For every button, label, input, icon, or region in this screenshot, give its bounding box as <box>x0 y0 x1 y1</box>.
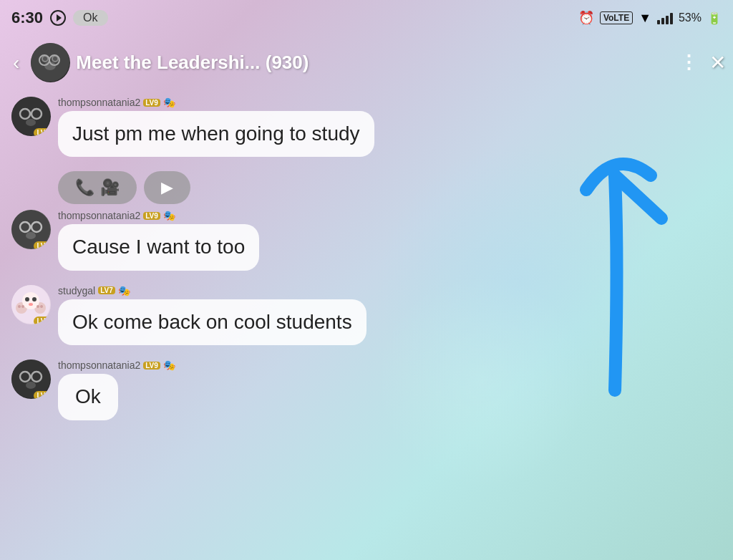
avatar-thompsonnatania2-3: LV9 <box>11 359 51 399</box>
avatar-studygal: LV7 <box>11 285 51 324</box>
bubble-1: Just pm me when going to study <box>58 111 374 157</box>
message-text-4: Ok <box>75 385 101 407</box>
avatar-thompsonnatania2-1: LV9 <box>11 97 51 136</box>
username-3: studygal LV7 🎭 <box>58 285 722 296</box>
message-4: LV9 thompsonnatania2 LV9 🎭 Ok <box>11 359 722 420</box>
voice-video-call-button[interactable]: 📞 🎥 <box>58 171 137 204</box>
ok-pill: Ok <box>73 10 107 26</box>
media-play-icon <box>50 10 66 26</box>
battery-icon: 🔋 <box>707 11 722 25</box>
lv-badge-2: LV9 <box>143 212 160 220</box>
chat-header: ‹ Meet the Leadershi... (930) ⋮ ✕ <box>0 36 733 90</box>
message-text-3: Ok come back on cool students <box>72 311 352 333</box>
message-text-2: Cause I want to too <box>72 236 245 258</box>
status-left: 6:30 Ok <box>11 9 108 27</box>
video-camera-icon: 🎥 <box>100 178 120 197</box>
signal-bar-2 <box>661 18 664 24</box>
msg-content-1: thompsonnatania2 LV9 🎭 Just pm me when g… <box>58 97 722 157</box>
member-count: (930) <box>266 52 309 73</box>
message-3: LV7 studygal LV7 🎭 Ok come back on cool … <box>11 285 722 345</box>
svg-point-24 <box>32 297 37 301</box>
message-text-1: Just pm me when going to study <box>72 122 360 145</box>
msg-content-2: thompsonnatania2 LV9 🎭 Cause I want to t… <box>58 210 722 270</box>
status-right: ⏰ VoLTE ▼ 53% 🔋 <box>578 10 722 26</box>
level-badge-4: LV9 <box>34 391 51 399</box>
level-badge-2: LV9 <box>34 241 51 249</box>
lv-badge-1: LV9 <box>143 99 160 107</box>
header-info: Meet the Leadershi... (930) <box>76 52 674 74</box>
signal-bar-1 <box>657 20 660 24</box>
close-button[interactable]: ✕ <box>709 51 726 74</box>
phone-video-icon: 📞 <box>75 178 94 197</box>
battery-percent: 53% <box>679 11 702 24</box>
action-buttons-row: 📞 🎥 ▶ <box>58 171 722 204</box>
svg-point-23 <box>25 297 29 301</box>
bubble-4: Ok <box>58 374 118 420</box>
svg-point-29 <box>40 305 43 308</box>
message-1: LV9 thompsonnatania2 LV9 🎭 Just pm me wh… <box>11 97 722 157</box>
lv-badge-3: LV7 <box>98 286 115 294</box>
group-name: Meet the Leadershi... (930) <box>76 52 674 74</box>
svg-point-26 <box>18 305 21 308</box>
svg-point-27 <box>21 305 24 308</box>
wifi-icon: ▼ <box>639 11 651 26</box>
level-badge-3: LV7 <box>34 317 51 324</box>
back-button[interactable]: ‹ <box>7 49 25 77</box>
signal-bars <box>657 11 673 24</box>
svg-point-34 <box>26 382 36 389</box>
media-play-button[interactable]: ▶ <box>144 171 190 204</box>
svg-point-5 <box>53 57 57 61</box>
alarm-icon: ⏰ <box>578 10 594 26</box>
svg-point-4 <box>43 57 47 61</box>
header-actions: ⋮ ✕ <box>679 51 726 74</box>
play-icon: ▶ <box>161 178 173 197</box>
msg-content-3: studygal LV7 🎭 Ok come back on cool stud… <box>58 285 722 345</box>
group-avatar <box>31 43 70 82</box>
username-2: thompsonnatania2 LV9 🎭 <box>58 210 722 221</box>
svg-point-28 <box>37 305 39 308</box>
signal-bar-4 <box>670 13 673 24</box>
status-bar: 6:30 Ok ⏰ VoLTE ▼ 53% 🔋 <box>0 0 733 36</box>
username-4: thompsonnatania2 LV9 🎭 <box>58 359 722 371</box>
message-2: LV9 thompsonnatania2 LV9 🎭 Cause I want … <box>11 210 722 270</box>
bubble-3: Ok come back on cool students <box>58 299 366 345</box>
cat-avatar-svg <box>31 43 70 82</box>
msg-content-4: thompsonnatania2 LV9 🎭 Ok <box>58 359 722 420</box>
bubble-2: Cause I want to too <box>58 224 259 270</box>
svg-point-13 <box>26 119 36 126</box>
time-display: 6:30 <box>11 9 43 27</box>
more-options-button[interactable]: ⋮ <box>679 52 698 74</box>
svg-point-18 <box>26 232 36 239</box>
volte-badge: VoLTE <box>600 11 633 24</box>
svg-point-25 <box>29 303 33 306</box>
level-badge: LV9 <box>34 128 51 136</box>
signal-bar-3 <box>666 16 669 24</box>
messages-area: LV9 thompsonnatania2 LV9 🎭 Just pm me wh… <box>0 90 733 560</box>
lv-badge-4: LV9 <box>143 362 160 370</box>
avatar-thompsonnatania2-2: LV9 <box>11 210 51 249</box>
username-1: thompsonnatania2 LV9 🎭 <box>58 97 722 108</box>
